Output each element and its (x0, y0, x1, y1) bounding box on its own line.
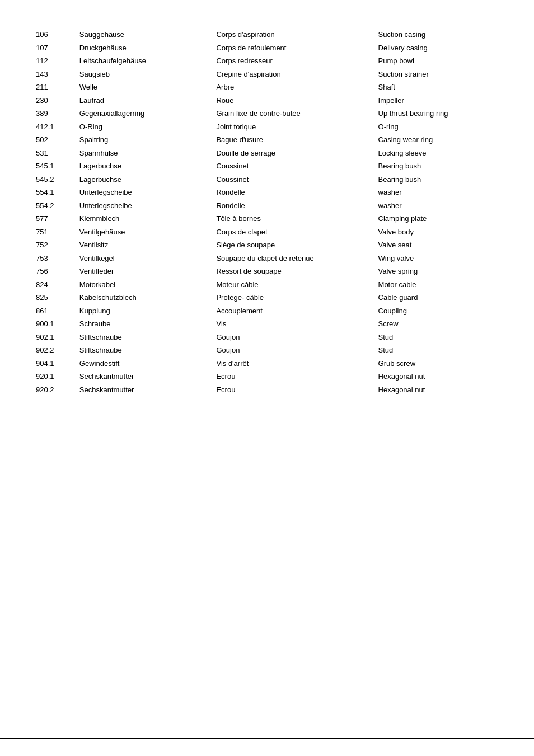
table-row: 230LaufradRoueImpeller (34, 94, 500, 107)
part-name-german: Lagerbuchse (77, 159, 214, 173)
part-name-german: Lagerbuchse (77, 173, 214, 186)
part-name-german: Stiftschraube (77, 344, 214, 357)
part-name-german: Unterlegscheibe (77, 186, 214, 199)
part-name-french: Coussinet (214, 173, 376, 186)
part-name-french: Arbre (214, 81, 376, 94)
part-name-german: Welle (77, 81, 214, 94)
part-number: 545.1 (34, 159, 77, 173)
parts-table: 106SauggehäuseCorps d'aspirationSuction … (34, 28, 500, 396)
part-number: 230 (34, 94, 77, 107)
part-name-french: Soupape du clapet de retenue (214, 252, 376, 265)
table-row: 412.1O-RingJoint toriqueO-ring (34, 120, 500, 134)
part-number: 920.2 (34, 383, 77, 397)
table-row: 751VentilgehäuseCorps de clapetValve bod… (34, 226, 500, 239)
part-name-german: Kabelschutzblech (77, 291, 214, 304)
part-number: 545.2 (34, 173, 77, 186)
table-row: 143SaugsiebCrépine d'aspirationSuction s… (34, 68, 500, 81)
table-row: 545.1LagerbuchseCoussinetBearing bush (34, 159, 500, 173)
part-name-english: washer (376, 199, 500, 213)
part-number: 389 (34, 107, 77, 120)
part-number: 900.1 (34, 317, 77, 331)
part-name-english: Suction strainer (376, 68, 500, 81)
table-row: 554.1UnterlegscheibeRondellewasher (34, 186, 500, 199)
part-name-english: Stud (376, 331, 500, 344)
part-name-english: Clamping plate (376, 212, 500, 226)
table-row: 577KlemmblechTôle à bornesClamping plate (34, 212, 500, 226)
part-name-german: Leitschaufelgehäuse (77, 54, 214, 68)
part-name-german: Ventilsitz (77, 238, 214, 252)
part-name-english: Bearing bush (376, 159, 500, 173)
part-name-german: Gegenaxiallagerring (77, 107, 214, 120)
part-name-german: Unterlegscheibe (77, 199, 214, 213)
part-name-german: Ventilgehäuse (77, 226, 214, 239)
part-number: 502 (34, 133, 77, 147)
part-name-french: Crépine d'aspiration (214, 68, 376, 81)
table-row: 753VentilkegelSoupape du clapet de reten… (34, 252, 500, 265)
part-name-french: Goujon (214, 331, 376, 344)
part-name-english: Hexagonal nut (376, 383, 500, 397)
part-number: 904.1 (34, 357, 77, 370)
part-name-german: Spannhülse (77, 147, 214, 160)
part-name-french: Ecrou (214, 370, 376, 383)
part-name-english: Motor cable (376, 278, 500, 292)
part-name-english: Valve body (376, 226, 500, 239)
part-name-french: Rondelle (214, 186, 376, 199)
table-row: 824MotorkabelMoteur câbleMotor cable (34, 278, 500, 292)
part-number: 577 (34, 212, 77, 226)
part-name-english: Stud (376, 344, 500, 357)
part-name-german: Sauggehäuse (77, 28, 214, 41)
table-row: 861KupplungAccouplementCoupling (34, 304, 500, 318)
table-row: 112LeitschaufelgehäuseCorps redresseurPu… (34, 54, 500, 68)
part-number: 112 (34, 54, 77, 68)
part-name-english: Shaft (376, 81, 500, 94)
part-name-german: Ventilfeder (77, 265, 214, 278)
table-row: 920.2SechskantmutterEcrouHexagonal nut (34, 383, 500, 397)
part-name-french: Corps de refoulement (214, 41, 376, 55)
part-name-french: Tôle à bornes (214, 212, 376, 226)
part-number: 554.2 (34, 199, 77, 213)
table-row: 107DruckgehäuseCorps de refoulementDeliv… (34, 41, 500, 55)
part-name-english: Cable guard (376, 291, 500, 304)
part-number: 531 (34, 147, 77, 160)
part-name-english: Coupling (376, 304, 500, 318)
part-name-french: Vis d'arrêt (214, 357, 376, 370)
part-name-english: Valve seat (376, 238, 500, 252)
table-row: 554.2UnterlegscheibeRondellewasher (34, 199, 500, 213)
part-name-french: Goujon (214, 344, 376, 357)
part-name-english: Wing valve (376, 252, 500, 265)
part-name-french: Joint torique (214, 120, 376, 134)
part-name-german: Druckgehäuse (77, 41, 214, 55)
part-name-french: Protège- câble (214, 291, 376, 304)
table-row: 902.2StiftschraubeGoujonStud (34, 344, 500, 357)
part-name-french: Corps redresseur (214, 54, 376, 68)
page-container: 106SauggehäuseCorps d'aspirationSuction … (0, 0, 534, 756)
part-number: 756 (34, 265, 77, 278)
part-name-english: Casing wear ring (376, 133, 500, 147)
part-number: 211 (34, 81, 77, 94)
part-name-english: Up thrust bearing ring (376, 107, 500, 120)
part-name-german: Ventilkegel (77, 252, 214, 265)
part-number: 825 (34, 291, 77, 304)
part-name-french: Moteur câble (214, 278, 376, 292)
part-number: 106 (34, 28, 77, 41)
part-name-french: Rondelle (214, 199, 376, 213)
part-number: 143 (34, 68, 77, 81)
part-name-german: Spaltring (77, 133, 214, 147)
part-number: 824 (34, 278, 77, 292)
part-name-french: Roue (214, 94, 376, 107)
part-name-german: Stiftschraube (77, 331, 214, 344)
table-row: 900.1SchraubeVisScrew (34, 317, 500, 331)
part-name-german: Laufrad (77, 94, 214, 107)
part-name-french: Siège de soupape (214, 238, 376, 252)
part-name-french: Vis (214, 317, 376, 331)
table-row: 756VentilfederRessort de soupapeValve sp… (34, 265, 500, 278)
part-number: 753 (34, 252, 77, 265)
table-row: 531SpannhülseDouille de serrageLocking s… (34, 147, 500, 160)
part-name-german: Gewindestift (77, 357, 214, 370)
part-number: 751 (34, 226, 77, 239)
part-name-french: Bague d'usure (214, 133, 376, 147)
part-name-german: Schraube (77, 317, 214, 331)
part-name-english: Pump bowl (376, 54, 500, 68)
part-name-french: Ecrou (214, 383, 376, 397)
part-name-english: Screw (376, 317, 500, 331)
